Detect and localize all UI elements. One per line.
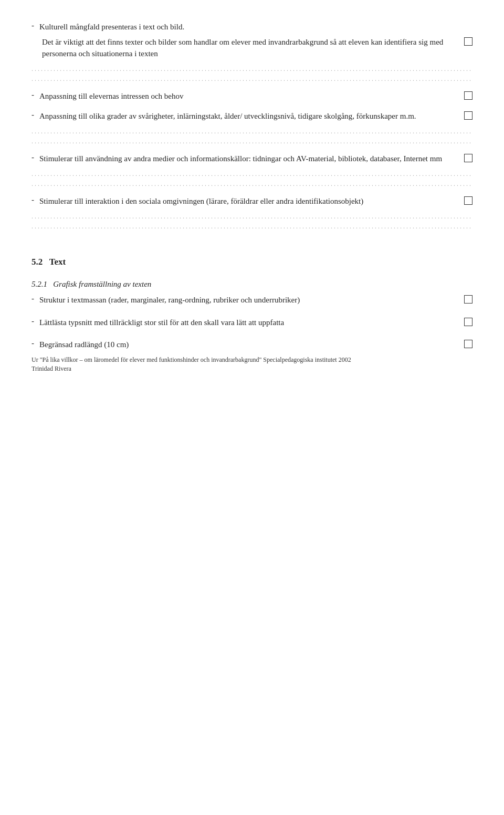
item-viktigt: Det är viktigt att det finns texter och …	[32, 36, 472, 60]
checkbox-stimulerar-interaktion[interactable]	[464, 196, 472, 205]
section-title: Text	[49, 257, 66, 267]
dash-kulturell: -	[32, 21, 34, 33]
footer: Ur "På lika villkor – om läromedel för e…	[32, 356, 472, 373]
dots-row-3b: ........................................…	[32, 179, 472, 189]
dots-block-1: ........................................…	[32, 64, 472, 84]
footer-line1: Ur "På lika villkor – om läromedel för e…	[32, 356, 472, 364]
footer-line2: Trinidad Rivera	[32, 365, 472, 373]
dots-block-2: ........................................…	[32, 127, 472, 147]
text-struktur: Struktur i textmassan (rader, marginaler…	[39, 294, 464, 306]
text-stimulerar-interaktion: Stimulerar till interaktion i den social…	[39, 195, 464, 207]
dash-stimulerar-interaktion: -	[32, 195, 34, 207]
section-number: 5.2	[32, 257, 43, 267]
item-struktur: - Struktur i textmassan (rader, marginal…	[32, 294, 472, 306]
subsection-521-heading: 5.2.1 Grafisk framställning av texten	[32, 280, 472, 289]
dash-anpassning-svarigheter: -	[32, 110, 34, 122]
item-stimulerar-interaktion: - Stimulerar till interaktion i den soci…	[32, 195, 472, 207]
dots-row-3a: ........................................…	[32, 169, 472, 179]
text-anpassning-intressen: Anpassning till elevernas intressen och …	[39, 90, 464, 102]
dots-block-3: ........................................…	[32, 169, 472, 189]
dots-block-4: ........................................…	[32, 212, 472, 232]
checkbox-lattlasta[interactable]	[464, 318, 472, 326]
dash-struktur: -	[32, 294, 34, 306]
section-52-heading: 5.2 Text	[32, 257, 472, 267]
item-stimulerar-medier: - Stimulerar till användning av andra me…	[32, 153, 472, 165]
item-anpassning-intressen: - Anpassning till elevernas intressen oc…	[32, 90, 472, 102]
dash-lattlasta: -	[32, 317, 34, 329]
subsection-title: Grafisk framställning av texten	[53, 280, 151, 288]
text-stimulerar-medier: Stimulerar till användning av andra medi…	[39, 153, 464, 165]
item-lattlasta: - Lättlästa typsnitt med tillräckligt st…	[32, 317, 472, 329]
dots-row-4a: ........................................…	[32, 212, 472, 222]
dots-row-2a: ........................................…	[32, 127, 472, 137]
checkbox-viktigt[interactable]	[464, 37, 472, 46]
dash-anpassning-intressen: -	[32, 90, 34, 102]
text-begransad: Begränsad radlängd (10 cm)	[39, 339, 464, 351]
checkbox-struktur[interactable]	[464, 295, 472, 304]
checkbox-stimulerar-medier[interactable]	[464, 154, 472, 162]
dash-begransad: -	[32, 339, 34, 351]
checkbox-begransad[interactable]	[464, 340, 472, 348]
checkbox-anpassning-intressen[interactable]	[464, 91, 472, 100]
page: - Kulturell mångfald presenteras i text …	[0, 0, 504, 385]
dots-row-4b: ........................................…	[32, 222, 472, 232]
text-viktigt: Det är viktigt att det finns texter och …	[42, 36, 464, 60]
dots-row-1b: ........................................…	[32, 74, 472, 84]
text-kulturell: Kulturell mångfald presenteras i text oc…	[39, 21, 472, 33]
text-lattlasta: Lättlästa typsnitt med tillräckligt stor…	[39, 317, 464, 329]
item-kulturell: - Kulturell mångfald presenteras i text …	[32, 21, 472, 33]
item-anpassning-svarigheter: - Anpassning till olika grader av svårig…	[32, 110, 472, 122]
dots-row-2b: ........................................…	[32, 137, 472, 147]
dots-row-1a: ........................................…	[32, 64, 472, 74]
checkbox-anpassning-svarigheter[interactable]	[464, 111, 472, 120]
item-begransad: - Begränsad radlängd (10 cm)	[32, 339, 472, 351]
subsection-number: 5.2.1	[32, 280, 47, 288]
text-anpassning-svarigheter: Anpassning till olika grader av svårighe…	[39, 110, 464, 122]
dash-stimulerar-medier: -	[32, 153, 34, 165]
